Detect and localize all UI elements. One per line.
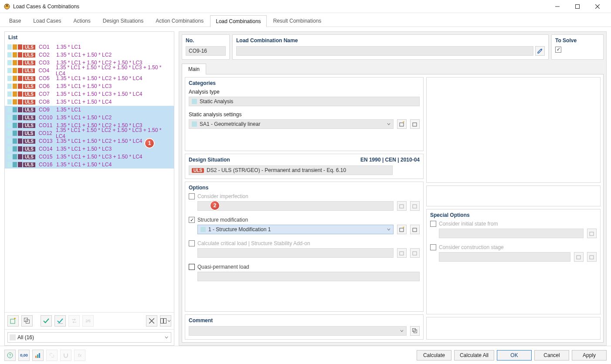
color-swatch xyxy=(7,91,12,97)
list-item[interactable]: ULSCO81.35 * LC1 + 1.50 * LC4 xyxy=(5,98,174,106)
list-filter-dropdown[interactable]: All (16) xyxy=(7,332,171,343)
name-field[interactable] xyxy=(236,46,533,56)
list-item[interactable]: ULSCO121.35 * LC1 + 1.50 * LC2 + 1.50 * … xyxy=(5,129,174,137)
layout-toggle-button[interactable] xyxy=(160,315,171,327)
initial-state-checkbox[interactable] xyxy=(430,221,436,227)
color-swatch xyxy=(18,91,22,97)
comment-extra-button[interactable] xyxy=(410,326,420,336)
combination-desc: 1.35 * LC1 + 1.50 * LC2 xyxy=(56,115,112,121)
combination-id: CO6 xyxy=(39,83,56,89)
design-situation-field[interactable]: ULS DS2 - ULS (STR/GEO) - Permanent and … xyxy=(189,165,393,175)
structure-modification-label: Structure modification xyxy=(197,217,248,223)
list-item[interactable]: ULSCO91.35 * LC1 xyxy=(5,106,174,114)
tab-result-combinations[interactable]: Result Combinations xyxy=(268,15,327,27)
units-button[interactable]: 0,00 xyxy=(18,350,30,361)
minimize-button[interactable] xyxy=(547,0,567,13)
uls-badge: ULS xyxy=(23,61,35,65)
options-heading: Options xyxy=(189,185,420,191)
load-combination-list[interactable]: ULSCO11.35 * LC1ULSCO21.35 * LC1 + 1.50 … xyxy=(5,42,174,312)
color-swatch xyxy=(13,115,17,120)
chart-button[interactable] xyxy=(32,350,44,361)
tab-load-cases[interactable]: Load Cases xyxy=(27,15,67,27)
tab-design-situations[interactable]: Design Situations xyxy=(97,15,149,27)
critical-load-label: Calculate critical load | Structure Stab… xyxy=(197,240,310,246)
list-item[interactable]: ULSCO41.35 * LC1 + 1.50 * LC2 + 1.50 * L… xyxy=(5,67,174,74)
tab-base[interactable]: Base xyxy=(3,15,27,27)
link-button xyxy=(46,350,58,361)
inner-tab-main[interactable]: Main xyxy=(182,64,206,74)
list-item[interactable]: ULSCO151.35 * LC1 + 1.50 * LC3 + 1.50 * … xyxy=(5,153,174,161)
maximize-button[interactable] xyxy=(567,0,587,13)
list-item[interactable]: ULSCO11.35 * LC1 xyxy=(5,43,174,51)
tab-action-combinations[interactable]: Action Combinations xyxy=(150,15,209,27)
color-swatch xyxy=(18,131,22,136)
analysis-type-label: Analysis type xyxy=(189,89,420,95)
structure-mod-edit-button[interactable] xyxy=(410,225,420,234)
apply-button[interactable]: Apply xyxy=(572,350,607,361)
color-swatch xyxy=(7,123,12,128)
help-button[interactable]: ? xyxy=(4,350,16,361)
new-item-button[interactable] xyxy=(7,315,19,327)
analysis-type-select[interactable]: Static Analysis xyxy=(189,97,420,106)
svg-rect-6 xyxy=(164,319,166,324)
construction-stage-select[interactable] xyxy=(439,252,570,262)
tab-load-combinations[interactable]: Load Combinations xyxy=(210,15,266,27)
settings-new-button[interactable] xyxy=(397,119,407,129)
delete-item-button[interactable] xyxy=(146,315,157,327)
tab-actions[interactable]: Actions xyxy=(68,15,96,27)
combination-desc: 1.35 * LC1 + 1.50 * LC4 xyxy=(56,99,112,105)
color-swatch xyxy=(18,107,22,112)
to-solve-label: To Solve xyxy=(555,37,600,44)
critical-load-edit-button xyxy=(410,248,420,258)
consider-imperfection-checkbox[interactable] xyxy=(189,193,195,199)
ok-button[interactable]: OK xyxy=(497,350,532,361)
empty-design-side-box xyxy=(426,185,601,206)
check-all-button[interactable] xyxy=(41,315,52,327)
combination-id: CO3 xyxy=(39,60,56,66)
edit-name-button[interactable] xyxy=(535,46,545,56)
color-swatch xyxy=(7,131,12,136)
combination-desc: 1.35 * LC1 + 1.50 * LC4 xyxy=(56,162,112,168)
calculate-all-button[interactable]: Calculate All xyxy=(454,350,494,361)
critical-load-select[interactable] xyxy=(197,248,394,258)
color-swatch xyxy=(13,60,17,65)
combination-desc: 1.35 * LC1 xyxy=(56,44,81,50)
calculate-button[interactable]: Calculate xyxy=(417,350,451,361)
close-button[interactable] xyxy=(587,0,608,13)
color-swatch xyxy=(13,107,17,112)
svg-text:?: ? xyxy=(9,353,11,357)
to-solve-checkbox[interactable] xyxy=(555,47,561,53)
list-item[interactable]: ULSCO101.35 * LC1 + 1.50 * LC2 xyxy=(5,114,174,121)
settings-edit-button[interactable] xyxy=(410,119,420,129)
list-item[interactable]: ULSCO161.35 * LC1 + 1.50 * LC4 xyxy=(5,161,174,169)
construction-stage-checkbox[interactable] xyxy=(430,244,436,250)
window-title: Load Cases & Combinations xyxy=(13,3,79,10)
categories-box: Categories Analysis type Static Analysis… xyxy=(185,77,424,151)
structure-modification-select[interactable]: 1 - Structure Modification 1 xyxy=(197,225,394,234)
uls-badge: ULS xyxy=(23,45,35,50)
color-swatch xyxy=(7,76,12,81)
critical-load-checkbox[interactable] xyxy=(189,240,195,246)
comment-box: Comment xyxy=(185,314,424,340)
no-field[interactable]: CO9-16 xyxy=(186,46,226,56)
cancel-button[interactable]: Cancel xyxy=(534,350,569,361)
initial-state-select[interactable] xyxy=(439,229,584,238)
structure-modification-checkbox[interactable] xyxy=(189,217,195,223)
analysis-settings-select[interactable]: SA1 - Geometrically linear xyxy=(189,119,394,129)
list-item[interactable]: ULSCO61.35 * LC1 + 1.50 * LC3 xyxy=(5,82,174,90)
consider-imperfection-select[interactable] xyxy=(197,201,394,211)
quasi-permanent-select[interactable] xyxy=(197,272,420,281)
list-item[interactable]: ULSCO21.35 * LC1 + 1.50 * LC2 xyxy=(5,51,174,59)
combination-desc: 1.35 * LC1 + 1.50 * LC2 + 1.50 * LC4 xyxy=(56,75,142,81)
copy-item-button[interactable] xyxy=(21,315,33,327)
uncheck-all-button[interactable] xyxy=(54,315,66,327)
comment-field[interactable] xyxy=(189,326,407,336)
combination-desc: 1.35 * LC1 + 1.50 * LC2 + 1.50 * LC3 + 1… xyxy=(56,127,171,139)
construction-stage-new-button xyxy=(574,252,584,262)
structure-mod-new-button[interactable] xyxy=(397,225,407,234)
list-item[interactable]: ULSCO71.35 * LC1 + 1.50 * LC3 + 1.50 * L… xyxy=(5,90,174,98)
quasi-permanent-checkbox[interactable] xyxy=(189,264,195,270)
svg-rect-8 xyxy=(413,123,417,126)
color-swatch xyxy=(18,115,22,120)
color-swatch xyxy=(7,99,12,104)
